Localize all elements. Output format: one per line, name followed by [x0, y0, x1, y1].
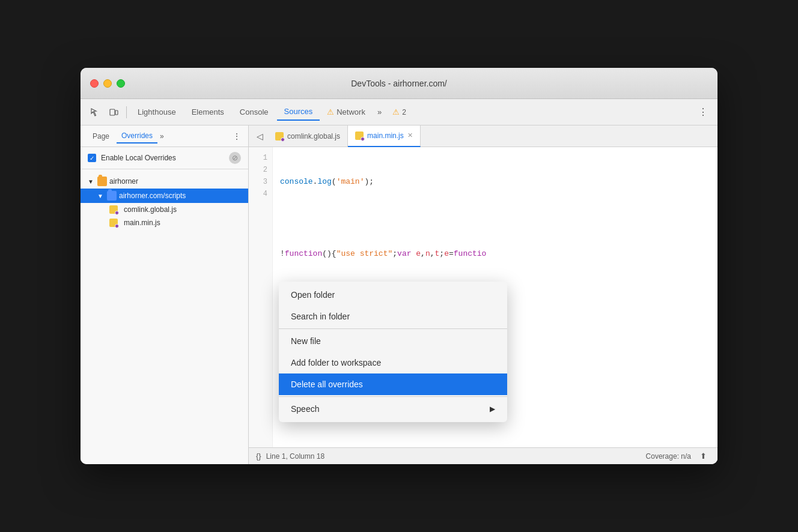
sidebar-tabs: Page Overrides » ⋮: [81, 125, 248, 147]
editor-tab-comlink-label: comlink.global.js: [287, 132, 340, 141]
tab-file-dot-main: [361, 137, 365, 141]
sidebar-tab-more[interactable]: »: [160, 132, 164, 141]
ctx-new-file[interactable]: New file: [279, 330, 507, 352]
line-num-3: 3: [249, 176, 272, 188]
folder-airhorner-icon: [97, 177, 107, 186]
ctx-speech[interactable]: Speech ▶: [279, 398, 507, 420]
sidebar-tab-dots[interactable]: ⋮: [233, 131, 241, 141]
svg-rect-0: [110, 109, 115, 115]
sidebar: Page Overrides » ⋮ ✓ Enable Local Overri…: [81, 125, 249, 464]
tab-file-dot-comlink: [281, 138, 285, 142]
tree-label-main: main.min.js: [124, 219, 160, 227]
tab-file-wrapper-main: [355, 131, 364, 140]
sidebar-options: ✓ Enable Local Overrides ⊘: [81, 147, 248, 169]
ctx-new-file-label: New file: [291, 336, 321, 346]
tab-network[interactable]: ⚠ Network: [321, 104, 371, 120]
editor-tab-main-label: main.min.js: [367, 131, 404, 140]
line-num-1: 1: [249, 152, 272, 164]
tree-item-scripts[interactable]: ▼ airhorner.com/scripts: [81, 189, 248, 203]
ctx-separator-2: [279, 396, 507, 397]
tree-arrow-scripts: ▼: [97, 193, 105, 199]
line-num-2: 2: [249, 164, 272, 176]
ctx-open-folder-label: Open folder: [291, 290, 335, 300]
enable-overrides-checkbox[interactable]: ✓: [88, 154, 96, 162]
ctx-delete-overrides[interactable]: Delete all overrides: [279, 373, 507, 395]
ctx-search-in-folder[interactable]: Search in folder: [279, 306, 507, 327]
coverage-status: Coverage: n/a: [646, 452, 691, 461]
status-bar: {} Line 1, Column 18 Coverage: n/a ⬆: [249, 447, 717, 464]
tree-arrow-airhorner: ▼: [88, 178, 95, 185]
titlebar: DevTools - airhorner.com/: [81, 68, 717, 99]
tab-file-wrapper-comlink: [275, 132, 284, 141]
main-toolbar: Lighthouse Elements Console Sources ⚠ Ne…: [81, 99, 717, 125]
file-wrapper-main: [109, 219, 118, 227]
minimize-button[interactable]: [103, 79, 112, 88]
device-toolbar-icon[interactable]: [105, 103, 123, 121]
coverage-icon-btn[interactable]: ⬆: [696, 449, 710, 464]
maximize-button[interactable]: [117, 79, 125, 88]
cursor-position: Line 1, Column 18: [266, 452, 324, 461]
tree-root-airhorner[interactable]: ▼ airhorner: [81, 174, 248, 189]
file-dot-comlink: [115, 211, 119, 215]
warn-badge[interactable]: ⚠ 2: [388, 105, 411, 119]
tab-sources[interactable]: Sources: [277, 103, 320, 121]
tab-network-label: Network: [337, 107, 365, 116]
ctx-speech-label: Speech: [291, 404, 319, 414]
line-numbers: 1 2 3 4: [249, 147, 273, 447]
tree-label-airhorner: airhorner: [109, 177, 138, 186]
toolbar-more-btn[interactable]: »: [373, 104, 386, 120]
line-num-4: 4: [249, 188, 272, 200]
tab-console[interactable]: Console: [233, 104, 276, 120]
code-line-3: !function(){"use strict";var e,n,t;e=fun…: [280, 248, 710, 260]
warn-count: 2: [402, 108, 406, 116]
tree-item-main[interactable]: main.min.js: [81, 216, 248, 229]
sidebar-tab-page[interactable]: Page: [88, 130, 114, 143]
pretty-print-btn[interactable]: {}: [256, 452, 261, 461]
editor-nav-back[interactable]: ◁: [251, 128, 268, 145]
context-menu[interactable]: Open folder Search in folder New file Ad…: [279, 282, 507, 422]
close-button[interactable]: [90, 79, 99, 88]
tab-lighthouse[interactable]: Lighthouse: [130, 104, 183, 120]
svg-rect-1: [115, 110, 118, 115]
editor-tab-main[interactable]: main.min.js ✕: [348, 125, 421, 147]
editor-tab-main-close[interactable]: ✕: [407, 131, 413, 139]
window-inner: Page Overrides » ⋮ ✓ Enable Local Overri…: [81, 125, 717, 464]
tree-label-comlink: comlink.global.js: [124, 205, 177, 214]
ctx-add-folder[interactable]: Add folder to workspace: [279, 352, 507, 373]
ctx-add-folder-label: Add folder to workspace: [291, 358, 381, 367]
ctx-speech-arrow: ▶: [490, 405, 495, 413]
editor-tabs-bar: ◁ comlink.global.js: [249, 125, 717, 147]
toolbar-separator: [126, 106, 127, 118]
folder-scripts-icon: [107, 191, 117, 201]
sidebar-tree: ▼ airhorner ▼ airhorner.com/scripts: [81, 169, 248, 464]
ctx-delete-overrides-label: Delete all overrides: [291, 379, 363, 389]
inspect-icon[interactable]: [85, 103, 103, 121]
block-icon[interactable]: ⊘: [229, 152, 241, 164]
code-line-1: console.log('main');: [280, 176, 710, 188]
badge-warn-icon: ⚠: [392, 107, 400, 116]
sidebar-tab-overrides[interactable]: Overrides: [117, 129, 157, 144]
toolbar-dots-btn[interactable]: ⋮: [693, 103, 713, 121]
ctx-search-in-folder-label: Search in folder: [291, 312, 350, 321]
file-dot-main: [115, 224, 119, 228]
tree-item-comlink[interactable]: comlink.global.js: [81, 203, 248, 216]
enable-overrides-label: Enable Local Overrides: [101, 154, 176, 162]
tree-label-scripts: airhorner.com/scripts: [119, 192, 186, 200]
file-wrapper-comlink: [109, 205, 118, 214]
ctx-separator-1: [279, 328, 507, 329]
network-warn-icon: ⚠: [327, 107, 334, 116]
ctx-open-folder[interactable]: Open folder: [279, 284, 507, 306]
editor-tab-comlink[interactable]: comlink.global.js: [268, 125, 348, 147]
code-line-2: [280, 212, 710, 224]
traffic-lights: [90, 79, 125, 88]
tab-elements[interactable]: Elements: [184, 104, 231, 120]
devtools-window: DevTools - airhorner.com/ Lighthouse Ele…: [81, 68, 717, 464]
checkbox-check-icon: ✓: [90, 155, 94, 162]
window-title: DevTools - airhorner.com/: [351, 79, 447, 88]
